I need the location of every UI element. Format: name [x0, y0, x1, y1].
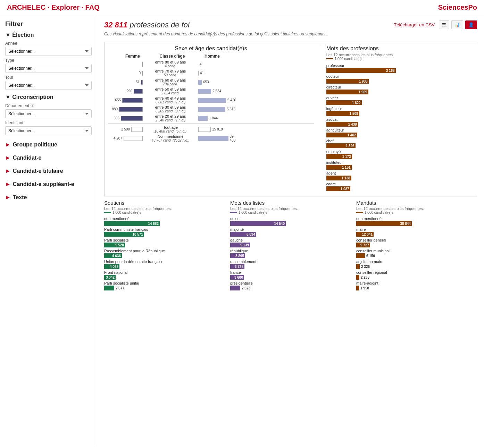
filter-identifiant-label: Identifiant	[5, 120, 92, 125]
mots-listes-section: Mots des listes Les 12 occurrences les p…	[230, 200, 351, 292]
bar-row: république3 895	[230, 249, 351, 258]
sidebar: Filtrer ▼ Élection Année Sélectionner...…	[0, 15, 97, 446]
bar-row: conseiller général9 727	[356, 238, 477, 247]
sidebar-title: Filtrer	[5, 20, 92, 28]
filter-candidat: ► Candidat-e	[5, 153, 92, 163]
legend-line	[326, 58, 333, 59]
page-title-row: 32 811 professions de foi Télécharger en…	[104, 20, 477, 29]
subtitle: Ces visualisations représentent des nomb…	[104, 32, 477, 36]
filter-dept-select[interactable]: Sélectionner...	[5, 109, 92, 118]
age-row: entre 80 et 89 ans4 cand.4	[108, 60, 314, 68]
bar-row: Union pour la démocratie française4 062	[104, 260, 225, 269]
age-row: 889entre 30 et 39 ans6 205 cand. (3 n.d.…	[108, 105, 314, 113]
bar-row: directeur1 909	[326, 85, 473, 94]
filter-type-label: Type	[5, 58, 92, 63]
mandats-subtitle: Les 12 occurrences les plus fréquentes.	[356, 206, 477, 211]
bar-row: professeur3 168	[326, 64, 473, 73]
bar-row: agent1 138	[326, 171, 473, 180]
person-btn[interactable]: 👤	[465, 20, 477, 29]
soutiens-title: Soutiens	[104, 200, 225, 206]
bar-row: chef1 326	[326, 139, 473, 148]
mots-professions-legend: 1 000 candidat(e)s	[326, 57, 473, 61]
count-value: 32 811	[104, 20, 127, 29]
filter-tour-select[interactable]: Sélectionner...	[5, 81, 92, 90]
mots-listes-legend: 1 000 candidat(e)s	[230, 211, 351, 214]
bar-row: instituteur1 151	[326, 160, 473, 170]
bar-row: ingénieur1 509	[326, 107, 473, 116]
bar-row: Parti socialiste unifié2 677	[104, 281, 225, 290]
header: ARCHELEC · Explorer · FAQ SciencesPo	[0, 0, 484, 15]
bar-row: conseiller municipal6 150	[356, 249, 477, 258]
mandats-container: non mentionné38 844maire12 041conseiller…	[356, 217, 477, 290]
header-title[interactable]: ARCHELEC · Explorer · FAQ	[7, 3, 100, 11]
age-row: 9entre 70 et 79 ans50 cand.41	[108, 69, 314, 77]
bar-row: présidentielle2 623	[230, 281, 351, 290]
chart-divider	[108, 124, 314, 124]
mandats-title: Mandats	[356, 200, 477, 206]
filter-annee-label: Année	[5, 41, 92, 46]
bar-row: Parti communiste français10 571	[104, 227, 225, 237]
bar-row: gauche5 139	[230, 238, 351, 247]
mots-professions-title: Mots des professions	[326, 45, 473, 52]
dept-info-icon[interactable]: ⓘ	[31, 103, 34, 108]
bar-row: Front national3 042	[104, 270, 225, 280]
age-row: 696entre 20 et 29 ans2 540 cand. (1 n.d.…	[108, 114, 314, 122]
main-content: 32 811 professions de foi Télécharger en…	[97, 15, 484, 446]
age-sex-header: Femme Classe d'âge Homme	[108, 54, 314, 59]
age-sex-chart: Sexe et âge des candidat(e)s Femme Class…	[108, 45, 314, 193]
filter-election: ▼ Élection Année Sélectionner... Type Sé…	[5, 32, 92, 90]
filter-circonscription-title[interactable]: ▼ Circonscription	[5, 94, 92, 100]
soutiens-legend: 1 000 candidat(e)s	[104, 211, 225, 214]
filter-election-title[interactable]: ▼ Élection	[5, 32, 92, 38]
filter-annee-select[interactable]: Sélectionner...	[5, 47, 92, 56]
title-suffix: professions de foi	[130, 20, 189, 29]
bar-row: france3 600	[230, 270, 351, 280]
filter-circonscription: ▼ Circonscription Département ⓘ Sélectio…	[5, 94, 92, 135]
filter-dept-label: Département ⓘ	[5, 103, 92, 108]
bar-row: adjoint au maire2 326	[356, 260, 477, 269]
filter-candidat-suppleante: ► Candidat-e suppléant-e	[5, 179, 92, 189]
filter-texte: ► Texte	[5, 192, 92, 203]
bar-row: Parti socialiste5 520	[104, 238, 225, 247]
bar-row: cadre1 087	[326, 182, 473, 191]
age-row: 2 590Tout âge18 408 cand. (5 n.d.)15 818	[108, 125, 314, 133]
bar-row: union14 540	[230, 217, 351, 226]
age-row: 655entre 40 et 49 ans6 081 cand. (1 n.d.…	[108, 96, 314, 104]
table-btn[interactable]: ☰	[439, 20, 449, 29]
mots-professions-section: Mots des professions Les 12 occurrences …	[321, 45, 473, 193]
page-title: 32 811 professions de foi	[104, 20, 190, 29]
filter-candidat-titulaire-title[interactable]: ► Candidat-e titulaire	[5, 166, 92, 176]
mandats-section: Mandats Les 12 occurrences les plus fréq…	[356, 200, 477, 292]
age-row: 290entre 50 et 59 ans2 824 cand.2 534	[108, 87, 314, 95]
age-totals-container: 2 590Tout âge18 408 cand. (5 n.d.)15 818…	[108, 125, 314, 142]
bar-row: maire12 041	[356, 227, 477, 237]
bar-row: maire-adjoint1 958	[356, 281, 477, 290]
mots-listes-container: union14 540majorité6 834gauche5 139répub…	[230, 217, 351, 290]
filter-identifiant-select[interactable]: Sélectionner...	[5, 126, 92, 135]
bar-row: agriculteur1 402	[326, 128, 473, 137]
filter-texte-title[interactable]: ► Texte	[5, 192, 92, 203]
filter-groupe-title[interactable]: ► Groupe politique	[5, 140, 92, 150]
header-logo: SciencesPo	[438, 3, 477, 11]
bar-row: Rassemblement pour la République4 636	[104, 249, 225, 258]
top-charts: Sexe et âge des candidat(e)s Femme Class…	[104, 42, 477, 196]
bar-row: rassemblement3 725	[230, 260, 351, 269]
bar-row: non mentionné14 682	[104, 217, 225, 226]
main-layout: Filtrer ▼ Élection Année Sélectionner...…	[0, 15, 484, 446]
mots-professions-subtitle: Les 12 occurrences les plus fréquentes.	[326, 53, 473, 57]
soutiens-section: Soutiens Les 12 occurrences les plus fré…	[104, 200, 225, 292]
bar-row: majorité6 834	[230, 227, 351, 237]
filter-tour-label: Tour	[5, 75, 92, 80]
filter-candidat-title[interactable]: ► Candidat-e	[5, 153, 92, 163]
bar-row: conseiller régional2 238	[356, 270, 477, 280]
age-row: 51entre 60 et 69 ans704 cand.653	[108, 78, 314, 86]
filter-candidat-suppleante-title[interactable]: ► Candidat-e suppléant-e	[5, 179, 92, 189]
download-link[interactable]: Télécharger en CSV	[394, 22, 435, 27]
chart-btn[interactable]: 📊	[451, 20, 463, 29]
age-sex-title: Sexe et âge des candidat(e)s	[108, 45, 314, 52]
filter-type-select[interactable]: Sélectionner...	[5, 64, 92, 73]
mandats-legend: 1 000 candidat(e)s	[356, 211, 477, 214]
bar-row: non mentionné38 844	[356, 217, 477, 226]
age-rows-container: entre 80 et 89 ans4 cand.49entre 70 et 7…	[108, 60, 314, 122]
toolbar: Télécharger en CSV ☰ 📊 👤	[394, 20, 477, 29]
